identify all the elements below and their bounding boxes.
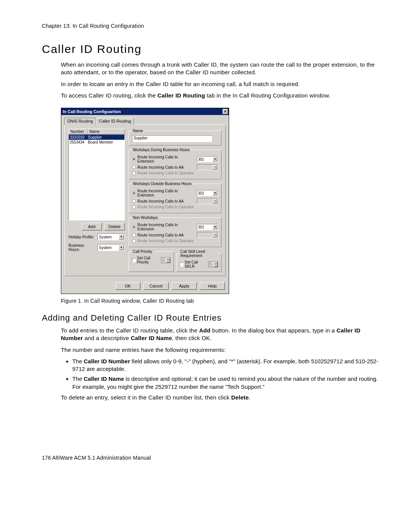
row-number: 3331010 — [70, 135, 88, 140]
opt-operator-label: Route Incoming Calls to Operator — [137, 171, 218, 175]
set-call-priority-checkbox[interactable] — [132, 258, 136, 262]
holiday-profile-value: System — [99, 235, 112, 239]
sub-para-2: The number and name entries have the fol… — [61, 346, 381, 354]
col-number[interactable]: Number — [68, 129, 88, 134]
row-name: Board Member — [88, 140, 124, 145]
radio-operator[interactable] — [132, 239, 136, 243]
business-hours-value: System — [99, 246, 112, 250]
extension-value: 301 — [198, 157, 204, 161]
set-call-sklr-label: Set Call SKLR — [185, 260, 207, 268]
chevron-down-icon: ▾ — [213, 165, 217, 169]
chevron-down-icon: ▾ — [213, 199, 217, 203]
opt-extension-label: Route Incoming Calls to Extension — [137, 155, 195, 163]
radio-ext[interactable] — [132, 225, 136, 229]
opt-aa-label: Route Incoming Calls to AA — [137, 233, 195, 237]
business-hours-select[interactable]: System ▾ — [97, 244, 125, 251]
set-call-sklr-checkbox[interactable] — [180, 262, 183, 267]
call-priority-group: Call Priority Set Call Priority 5 ▴▾ — [129, 249, 174, 272]
delete-button[interactable]: Delete — [104, 223, 125, 230]
opt-extension-label: Route Incoming Calls to Extension — [137, 189, 195, 197]
radio-aa[interactable] — [132, 233, 136, 237]
set-call-priority-label: Set Call Priority — [137, 256, 160, 264]
non-workdays-legend: Non Workdays — [132, 216, 158, 220]
list-item: The Caller ID Number field allows only 0… — [72, 358, 381, 373]
row-number: 2553434 — [70, 140, 88, 145]
col-name[interactable]: Name — [88, 129, 125, 134]
holiday-profile-label: Holiday Profile: — [68, 235, 96, 239]
row-name: Supplier — [88, 135, 124, 140]
chevron-down-icon: ▾ — [213, 233, 217, 237]
name-input[interactable]: Supplier — [132, 135, 212, 142]
cancel-button[interactable]: Cancel — [143, 282, 169, 290]
aa-select: ▾ — [197, 232, 218, 238]
chevron-down-icon: ▾ — [213, 191, 217, 195]
name-group: Name Supplier — [129, 129, 221, 145]
chevron-down-icon: ▾ — [119, 234, 124, 240]
radio-aa[interactable] — [132, 165, 136, 169]
intro-para-2: In order to locate an entry in the Calle… — [61, 80, 381, 88]
extension-select[interactable]: 301 ▾ — [197, 190, 218, 196]
intro-para-1: When an incoming call comes through a tr… — [61, 61, 381, 77]
list-header: Number Name — [68, 129, 125, 134]
requirements-list: The Caller ID Number field allows only 0… — [61, 358, 381, 391]
figure-caption: Figure 1. In Call Routing window, Caller… — [61, 298, 381, 304]
call-sklr-spinner[interactable]: 5 ▴▾ — [208, 261, 218, 267]
business-hours-label: Business Hours: — [68, 243, 96, 252]
holiday-profile-select[interactable]: System ▾ — [97, 233, 125, 240]
extension-value: 301 — [198, 191, 204, 195]
opt-extension-label: Route Incoming Calls to Extension — [137, 223, 195, 231]
sub-para-3: To delete an entry, select it in the Cal… — [61, 394, 381, 401]
list-item: The Caller ID Name is descriptive and op… — [72, 375, 381, 391]
tab-caller-id-routing[interactable]: Caller ID Routing — [96, 118, 134, 125]
intro-para-3-bold: Caller ID Routing — [158, 92, 205, 99]
aa-select: ▾ — [197, 198, 218, 204]
chevron-down-icon: ▾ — [119, 245, 124, 250]
radio-operator[interactable] — [132, 171, 136, 175]
dialog-titlebar: In Call Routing Configuartion ✕ — [61, 108, 229, 115]
workdays-during-legend: Workdays During Business Hours — [132, 148, 190, 152]
workdays-during-group: Workdays During Business Hours Route Inc… — [129, 148, 221, 179]
opt-aa-label: Route Incoming Calls to AA — [137, 165, 195, 169]
in-call-routing-dialog: In Call Routing Configuartion ✕ DNIS Rou… — [61, 108, 229, 294]
chevron-down-icon: ▾ — [213, 157, 217, 161]
opt-operator-label: Route Incoming Calls to Operator — [137, 239, 218, 243]
intro-para-3: To access Caller ID routing, click the C… — [61, 92, 381, 99]
list-item[interactable]: 2553434 Board Member — [69, 140, 124, 145]
opt-aa-label: Route Incoming Calls to AA — [137, 199, 195, 203]
add-button[interactable]: Add — [81, 223, 102, 230]
priority-value: 5 — [162, 258, 164, 262]
section-title: Caller ID Routing — [42, 43, 381, 56]
intro-para-3-pre: To access Caller ID routing, click the — [61, 92, 158, 99]
subsection-title: Adding and Deleting Caller ID Route Entr… — [42, 313, 381, 323]
call-sklr-legend: Call Skill Level Requirement — [180, 249, 218, 258]
list-item[interactable]: 3331010 Supplier — [69, 135, 124, 140]
apply-button[interactable]: Apply — [172, 282, 197, 290]
close-icon[interactable]: ✕ — [223, 109, 228, 114]
tab-strip: DNIS Routing Caller ID Routing — [64, 117, 226, 125]
call-sklr-group: Call Skill Level Requirement Set Call SK… — [176, 249, 221, 272]
extension-value: 301 — [198, 225, 204, 229]
radio-ext[interactable] — [132, 191, 136, 195]
page-footer: 176 AltiWare ACM 5.1 Administration Manu… — [42, 455, 381, 461]
radio-ext[interactable] — [132, 157, 136, 161]
call-priority-legend: Call Priority — [132, 249, 153, 254]
chapter-header: Chapter 13: In Call Routing Configuratio… — [42, 23, 381, 29]
call-priority-spinner[interactable]: 5 ▴▾ — [161, 257, 170, 263]
extension-select[interactable]: 301 ▾ — [197, 156, 218, 162]
sklr-value: 5 — [209, 262, 212, 267]
tab-dnis-routing[interactable]: DNIS Routing — [64, 118, 96, 125]
sub-para-1: To add entries to the Caller ID routing … — [61, 327, 381, 342]
chevron-down-icon: ▾ — [213, 225, 217, 229]
workdays-outside-group: Workdays Outside Business Hours Route In… — [129, 182, 221, 213]
opt-operator-label: Route Incoming Calls to Operator — [137, 205, 218, 209]
help-button[interactable]: Help — [200, 282, 225, 290]
radio-aa[interactable] — [132, 199, 136, 203]
non-workdays-group: Non Workdays Route Incoming Calls to Ext… — [129, 216, 221, 247]
workdays-outside-legend: Workdays Outside Business Hours — [132, 182, 192, 186]
dialog-title: In Call Routing Configuartion — [63, 109, 223, 114]
name-legend: Name — [132, 129, 144, 133]
extension-select[interactable]: 301 ▾ — [197, 224, 218, 230]
ok-button[interactable]: OK — [115, 282, 140, 290]
caller-id-list[interactable]: 3331010 Supplier 2553434 Board Member — [68, 134, 125, 220]
radio-operator[interactable] — [132, 205, 136, 209]
